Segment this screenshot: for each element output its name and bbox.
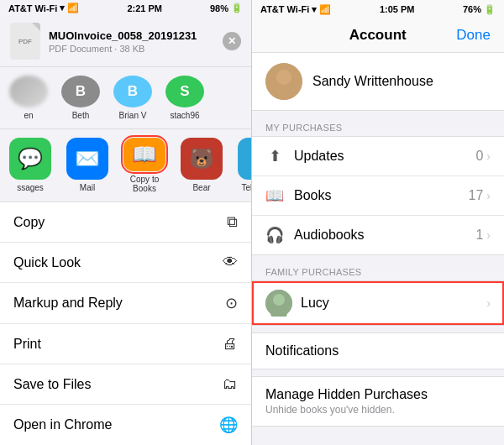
right-time: 1:05 PM (380, 4, 415, 14)
lucy-row[interactable]: Lucy › (252, 281, 504, 325)
left-battery: 98% 🔋 (210, 3, 243, 13)
lucy-avatar (265, 290, 292, 317)
app-item-books[interactable]: 📖 Copy to Books (121, 138, 168, 193)
status-bar-right: AT&T Wi-Fi ▾ 📶 1:05 PM 76% 🔋 (252, 0, 504, 18)
account-header: Account Done (252, 18, 504, 53)
chevron-icon: › (486, 228, 491, 242)
manage-hidden-row[interactable]: Manage Hidden Purchases Unhide books you… (252, 376, 504, 427)
books-icon: 📖 (123, 138, 165, 171)
action-open-chrome[interactable]: Open in Chrome 🌐 (0, 405, 251, 445)
app-item-bear[interactable]: 🐻 Bear (178, 138, 225, 193)
contact-item[interactable]: en (7, 76, 50, 120)
audiobooks-row[interactable]: 🎧 Audiobooks 1 › (252, 216, 504, 254)
app-item-mail[interactable]: ✉️ Mail (64, 138, 111, 193)
left-panel: AT&T Wi-Fi ▾ 📶 2:21 PM 98% 🔋 PDF MUOInvo… (0, 0, 252, 445)
profile-row: Sandy Writtenhouse (252, 53, 504, 111)
action-quick-look[interactable]: Quick Look 👁 (0, 243, 251, 283)
contact-avatar: S (165, 76, 204, 107)
file-meta: PDF Document · 38 KB (49, 44, 214, 54)
action-print[interactable]: Print 🖨 (0, 324, 251, 364)
family-label: FAMILY PURCHASES (252, 262, 504, 280)
my-purchases-label: MY PURCHASES (252, 118, 504, 136)
contact-avatar: B (61, 76, 100, 107)
app-item-messages[interactable]: 💬 ssages (7, 138, 54, 193)
svg-point-4 (273, 294, 285, 306)
right-panel: AT&T Wi-Fi ▾ 📶 1:05 PM 76% 🔋 Account Don… (252, 0, 504, 445)
telegram-icon: ✈ (238, 138, 251, 180)
books-row[interactable]: 📖 Books 17 › (252, 176, 504, 216)
action-list: Copy ⧉ Quick Look 👁 Markup and Reply ⊙ P… (0, 202, 251, 445)
folder-icon: 🗂 (223, 375, 238, 393)
file-icon: PDF (10, 23, 40, 60)
app-item-telegram[interactable]: ✈ Telegram (235, 138, 251, 193)
svg-point-1 (276, 70, 291, 85)
updates-row[interactable]: ⬆ Updates 0 › (252, 137, 504, 176)
chevron-icon: › (486, 149, 491, 163)
lucy-name: Lucy (301, 296, 329, 311)
file-header: PDF MUOInvoice_0058_20191231 PDF Documen… (0, 16, 251, 67)
status-bar-left: AT&T Wi-Fi ▾ 📶 2:21 PM 98% 🔋 (0, 0, 251, 16)
share-contacts-row: en B Beth B Brian V S stach96 (0, 67, 251, 129)
chevron-icon: › (486, 189, 491, 202)
app-row: 💬 ssages ✉️ Mail 📖 Copy to Books 🐻 Bear … (0, 129, 251, 202)
eye-icon: 👁 (223, 254, 238, 271)
file-details: MUOInvoice_0058_20191231 PDF Document · … (49, 29, 214, 54)
close-button[interactable]: ✕ (223, 32, 241, 50)
updates-icon: ⬆ (265, 147, 284, 165)
action-copy[interactable]: Copy ⧉ (0, 202, 251, 243)
profile-name: Sandy Writtenhouse (312, 74, 433, 89)
family-section: FAMILY PURCHASES Lucy › (252, 262, 504, 326)
contact-item[interactable]: S stach96 (163, 76, 207, 120)
lucy-chevron-icon: › (486, 296, 491, 310)
bear-icon: 🐻 (181, 138, 223, 180)
purchases-list: ⬆ Updates 0 › 📖 Books 17 › (252, 136, 504, 255)
print-icon: 🖨 (223, 335, 238, 353)
notifications-row[interactable]: Notifications (252, 332, 504, 369)
done-button[interactable]: Done (456, 27, 491, 44)
copy-icon: ⧉ (227, 213, 238, 231)
action-save-files[interactable]: Save to Files 🗂 (0, 364, 251, 405)
globe-icon: 🌐 (219, 416, 238, 434)
audiobooks-icon: 🎧 (265, 226, 284, 244)
contact-item[interactable]: B Brian V (111, 76, 155, 120)
mail-icon: ✉️ (66, 138, 108, 180)
contact-item[interactable]: B Beth (59, 76, 102, 120)
left-carrier: AT&T Wi-Fi ▾ 📶 (8, 3, 79, 13)
markup-icon: ⊙ (225, 294, 238, 312)
left-time: 2:21 PM (127, 3, 162, 13)
blurred-avatar (9, 76, 48, 107)
right-carrier: AT&T Wi-Fi ▾ 📶 (260, 4, 331, 15)
my-purchases-section: MY PURCHASES ⬆ Updates 0 › 📖 Books 17 (252, 118, 504, 255)
contact-avatar: B (113, 76, 152, 107)
avatar-image (265, 63, 302, 100)
books-row-icon: 📖 (265, 186, 284, 205)
account-title: Account (349, 27, 407, 44)
messages-icon: 💬 (9, 138, 51, 180)
action-markup-reply[interactable]: Markup and Reply ⊙ (0, 283, 251, 324)
family-list: Lucy › (252, 280, 504, 326)
right-battery: 76% 🔋 (463, 4, 496, 15)
file-name: MUOInvoice_0058_20191231 (49, 29, 214, 42)
profile-avatar (265, 63, 302, 100)
